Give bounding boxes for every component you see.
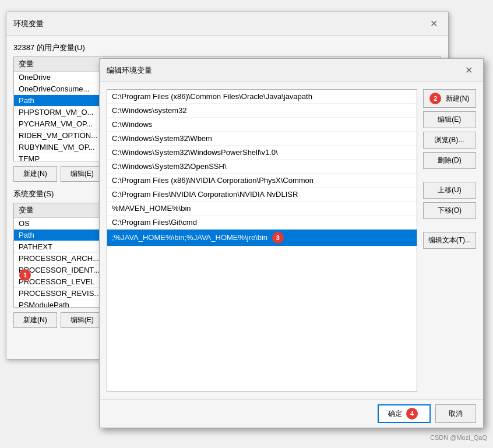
path-list-item[interactable]: C:\Windows\System32\WindowsPowerShell\v1… [107,146,417,160]
path-list-item[interactable]: C:\Windows\System32\OpenSSH\ [107,160,417,174]
edit-dialog-title-text: 编辑环境变量 [107,65,152,76]
edit-cancel-button[interactable]: 取消 [435,404,476,423]
main-dialog-close-button[interactable]: ✕ [427,17,441,30]
watermark: CSDN @Mozi_QaQ [430,434,487,441]
badge2-icon: 2 [429,93,441,104]
path-list-item[interactable]: C:\Program Files\Git\cmd [107,216,417,230]
path-list-item[interactable]: C:\Program Files\NVIDIA Corporation\NVID… [107,188,417,202]
path-list-item[interactable]: %MAVEN_HOME%\bin [107,202,417,216]
edit-browse-button[interactable]: 浏览(B)... [423,132,476,149]
edit-ok-button[interactable]: 确定 4 [378,404,431,423]
edit-dialog-titlebar: 编辑环境变量 ✕ [100,59,483,82]
edit-env-dialog: 编辑环境变量 ✕ C:\Program Files (x86)\Common F… [99,58,484,428]
edit-dialog-action-buttons: 2 新建(N) 编辑(E) 浏览(B)... 删除(D) 上移(U) 下移(O)… [423,89,476,392]
path-list: C:\Program Files (x86)\Common Files\Orac… [107,90,417,246]
path-list-item[interactable]: C:\Windows\system32 [107,104,417,118]
user-new-button[interactable]: 新建(N) [13,166,57,182]
edit-dialog-body: C:\Program Files (x86)\Common Files\Orac… [100,82,483,399]
system-new-button[interactable]: 新建(N) [13,312,57,328]
path-list-item[interactable]: C:\Windows [107,118,417,132]
edit-new-button[interactable]: 2 新建(N) [423,89,476,108]
badge4-icon: 4 [406,408,418,419]
badge3-icon: 3 [272,232,284,244]
edit-dialog-footer: 确定 4 取消 [100,399,483,428]
path-list-item[interactable]: C:\Windows\System32\Wbem [107,132,417,146]
path-list-item[interactable]: C:\Program Files (x86)\NVIDIA Corporatio… [107,174,417,188]
spacer2 [423,223,476,228]
edit-move-down-button[interactable]: 下移(O) [423,202,476,219]
edit-text-button[interactable]: 编辑文本(T)... [423,232,476,249]
edit-edit-button[interactable]: 编辑(E) [423,111,476,128]
main-dialog-titlebar: 环境变量 ✕ [6,12,448,36]
edit-dialog-close-button[interactable]: ✕ [462,64,476,77]
edit-move-up-button[interactable]: 上移(U) [423,182,476,199]
user-edit-button[interactable]: 编辑(E) [61,166,104,182]
user-section-label: 32387 的用户变量(U) [13,43,441,53]
path-list-item[interactable]: C:\Program Files (x86)\Common Files\Orac… [107,90,417,104]
system-edit-button[interactable]: 编辑(E) [61,312,104,328]
spacer [423,172,476,178]
path-list-item[interactable]: ;%JAVA_HOME%\bin;%JAVA_HOME%\jre\bin 3 [107,230,417,246]
path-list-container: C:\Program Files (x86)\Common Files\Orac… [107,89,417,392]
main-dialog-title-text: 环境变量 [13,19,44,29]
edit-delete-button[interactable]: 删除(D) [423,152,476,169]
